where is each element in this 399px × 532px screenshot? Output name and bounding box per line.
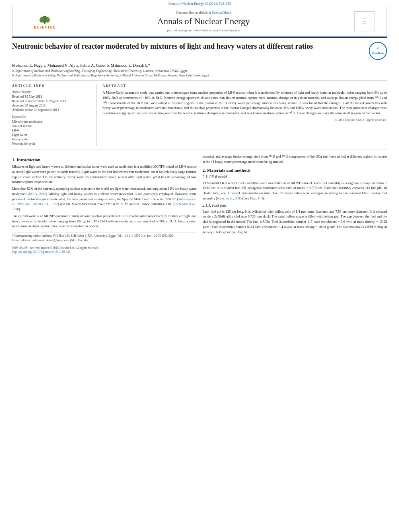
copyright-line: © 2013 Elsevier Ltd. All rights reserved…	[103, 118, 387, 122]
body-right-col: material, and average fission energy yie…	[203, 154, 387, 254]
article-info-header: ARTICLE INFO	[12, 84, 92, 88]
thin-divider-1	[12, 80, 387, 81]
svg-point-3	[45, 17, 50, 23]
section1-para-1: More than 82% of the currently operating…	[12, 186, 197, 212]
article-info-col: ARTICLE INFO Article history: Received 1…	[12, 84, 97, 146]
abstract-header: ABSTRACT	[103, 84, 387, 88]
figs-link[interactable]: Figs. 1–5	[250, 196, 263, 200]
journal-ref-bar: Annals of Nuclear Energy 63 (2014) 548–5…	[0, 0, 399, 6]
section2-1-title: 2.1. LR-0 model	[203, 175, 387, 179]
article-info-abstract: ARTICLE INFO Article history: Received 1…	[12, 84, 387, 146]
journal-title-area: Contents lists available at ScienceDirec…	[65, 10, 342, 32]
article-content: Neutronic behavior of reactor moderated …	[12, 38, 387, 258]
section1-right-para-0: material, and average fission energy yie…	[203, 154, 387, 164]
section2-1-1-para-0: Each fuel pin is 125 cm long. It is cyli…	[203, 209, 387, 235]
elsevier-tree-icon	[39, 13, 51, 25]
right-logo-box: ≡≡≡≡≡≡≡≡≡	[354, 11, 374, 31]
abstract-text: A Monte-Carlo parametric study was carri…	[103, 90, 387, 116]
history-received: Received 10 May 2013	[12, 95, 92, 99]
issn-line: 0306-4549/$ - see front matter © 2013 El…	[12, 246, 99, 254]
thin-divider-2	[12, 150, 387, 150]
iaea-link[interactable]: IAEA, 2012	[29, 192, 46, 196]
section1-para-2: The current work is an MCNP5 parametric …	[12, 214, 197, 229]
affiliation-a: a Department of Nuclear and Radiation En…	[12, 69, 387, 73]
section1-para-0: Mixtures of light and heavy waters at di…	[12, 164, 197, 185]
kyncl-link[interactable]: Kyncl et al., 2005	[217, 196, 242, 200]
article-history-label: Article history:	[12, 90, 92, 94]
keyword-5: Neutron life cycle	[12, 142, 92, 146]
article-title: Neutronic behavior of reactor moderated …	[12, 42, 369, 51]
section1-title: 1. Introduction	[12, 157, 197, 162]
keyword-3: Light water	[12, 133, 92, 137]
elsevier-logo-area: ELSEVIER	[25, 13, 65, 29]
keyword-1: Nuclear reactor	[12, 124, 92, 128]
wehmeyer-link[interactable]: Wehmeyer et al., 1962 and Barrett et al.…	[12, 197, 197, 206]
abstract-col: ABSTRACT A Monte-Carlo parametric study …	[103, 84, 387, 146]
section2-1-para-0: 13 Standard LR-0 reactor fuel assemblies…	[203, 181, 387, 201]
authors-line: Mohamed E. Nagy a, Mohamed N. Aly a, Fat…	[12, 63, 387, 68]
journal-title: Annals of Nuclear Energy	[65, 16, 342, 27]
keyword-0: Mixed water moderator	[12, 120, 92, 123]
body-left-col: 1. Introduction Mixtures of light and he…	[12, 154, 197, 254]
keyword-2: LR-0	[12, 129, 92, 132]
footnote-corresponding: * Corresponding author. Address: P.O. Bo…	[12, 234, 197, 238]
keyword-4: Heavy water	[12, 138, 92, 141]
section2-1-1-title: 2.1.1. Fuel pins	[203, 203, 387, 207]
journal-homepage: journal homepage: www.elsevier.com/locat…	[65, 28, 342, 32]
elsevier-wordmark: ELSEVIER	[34, 25, 56, 29]
crossmark-logo: ✓CrossMark	[369, 42, 387, 60]
journal-header: ELSEVIER Contents lists available at Sci…	[12, 6, 387, 37]
history-accepted: Accepted 27 August 2013	[12, 104, 92, 107]
affiliation-b: b Department of Radiation Safety, Nuclea…	[12, 74, 387, 77]
footnote-area: * Corresponding author. Address: P.O. Bo…	[12, 232, 197, 242]
article-body: 1. Introduction Mixtures of light and he…	[12, 154, 387, 254]
doi-link[interactable]: http://dx.doi.org/10.1016/j.anucene.2013…	[12, 250, 70, 254]
section2-title: 2. Materials and methods	[203, 168, 387, 173]
footnote-email: E-mail address: mahmuoud.dorrah@gmail.co…	[12, 238, 197, 242]
article-title-area: Neutronic behavior of reactor moderated …	[12, 42, 387, 60]
keywords-section: Keywords: Mixed water moderator Nuclear …	[12, 115, 92, 146]
keywords-label: Keywords:	[12, 115, 92, 119]
svg-point-2	[39, 17, 44, 23]
history-online: Available online 20 September 2013	[12, 108, 92, 112]
sciencedirect-line: Contents lists available at ScienceDirec…	[65, 10, 342, 14]
sciencedirect-link[interactable]: ScienceDirect	[212, 10, 231, 14]
right-logo-area: ≡≡≡≡≡≡≡≡≡	[342, 11, 374, 31]
history-revised: Received in revised form 22 August 2013	[12, 99, 92, 103]
bottom-bar: 0306-4549/$ - see front matter © 2013 El…	[12, 246, 197, 254]
